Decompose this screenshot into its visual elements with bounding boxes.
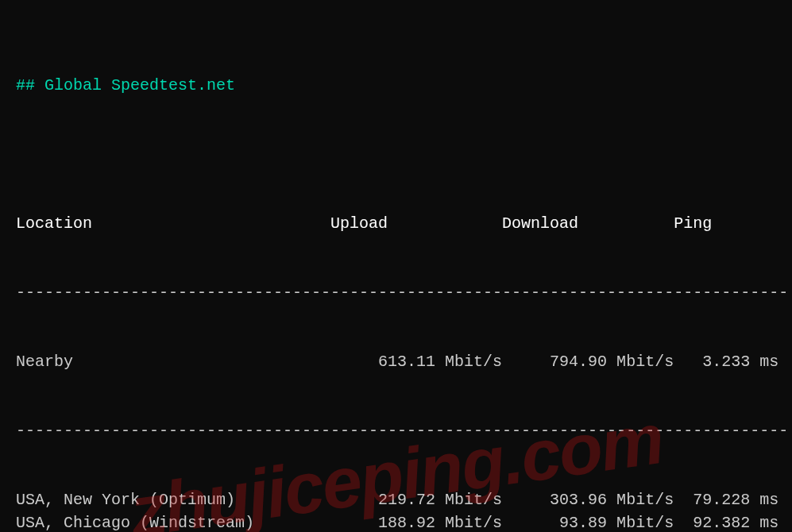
header-row: Location Upload Download Ping — [16, 212, 776, 235]
divider-line: ----------------------------------------… — [16, 281, 776, 304]
table-row: USA, Chicago (Windstream) 188.92 Mbit/s … — [16, 511, 776, 532]
divider-line: ----------------------------------------… — [16, 419, 776, 442]
nearby-row: Nearby 613.11 Mbit/s 794.90 Mbit/s 3.233… — [16, 350, 776, 373]
table-row: USA, New York (Optimum) 219.72 Mbit/s 30… — [16, 488, 776, 511]
results-table: USA, New York (Optimum) 219.72 Mbit/s 30… — [16, 488, 776, 532]
section-title: ## Global Speedtest.net — [16, 74, 776, 97]
terminal-output: zhujiceping.com ## Global Speedtest.net … — [0, 0, 792, 532]
blank-line — [16, 143, 776, 166]
